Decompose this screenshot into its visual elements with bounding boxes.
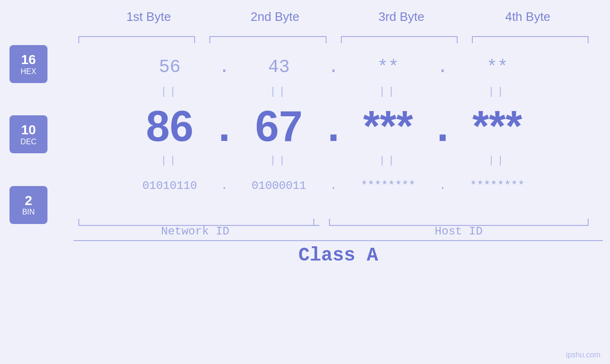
- bracket-top-4: [472, 36, 589, 37]
- hex-number: 16: [21, 53, 36, 67]
- bottom-section: Network ID Host ID: [71, 202, 596, 240]
- hex-byte3: **: [341, 57, 436, 77]
- bin-byte1: 01010110: [122, 179, 217, 192]
- separator-row-1: || || || ||: [71, 84, 596, 100]
- dot-hex-1: .: [217, 57, 232, 77]
- header-byte4: 4th Byte: [480, 9, 575, 24]
- watermark: ipshu.com: [566, 351, 601, 359]
- main-container: 1st Byte 2nd Byte 3rd Byte 4th Byte 16 H…: [0, 0, 610, 364]
- header-byte2: 2nd Byte: [227, 9, 322, 24]
- bracket-4: [472, 29, 589, 48]
- bracket-left-1: [78, 36, 79, 43]
- hex-byte2: 43: [232, 57, 327, 77]
- sep-1-byte2: ||: [232, 86, 327, 98]
- bracket-3: [341, 29, 458, 48]
- dot-bin-3: .: [436, 179, 450, 192]
- dot-dec-3: .: [436, 105, 450, 148]
- bracket-right-3: [457, 36, 458, 43]
- bracket-left-3: [341, 36, 342, 43]
- dot-bin-1: .: [217, 179, 232, 192]
- dec-badge: 10 DEC: [9, 115, 47, 153]
- labels-column: 16 HEX 10 DEC 2 BIN: [0, 29, 57, 240]
- top-brackets: [71, 29, 596, 48]
- dot-dec-1: .: [217, 105, 232, 148]
- bin-row: 01010110 . 01000011 . ******** . *******…: [71, 169, 596, 202]
- hex-byte1: 56: [122, 57, 217, 77]
- values-grid: 56 . 43 . ** . ** || || || || 86: [57, 29, 610, 240]
- bracket-top-3: [341, 36, 458, 37]
- dot-dec-2: .: [327, 105, 341, 148]
- dot-bin-2: .: [327, 179, 341, 192]
- bracket-2: [209, 29, 326, 48]
- dec-byte1: 86: [122, 102, 217, 151]
- dot-hex-3: .: [436, 57, 450, 77]
- dec-label: DEC: [20, 138, 37, 146]
- bin-badge: 2 BIN: [9, 186, 47, 224]
- sep-2-byte3: ||: [341, 155, 436, 167]
- host-id-label: Host ID: [329, 225, 589, 238]
- bin-number: 2: [25, 194, 32, 208]
- hex-badge: 16 HEX: [9, 45, 47, 83]
- content-area: 16 HEX 10 DEC 2 BIN: [0, 29, 610, 240]
- header-byte3: 3rd Byte: [354, 9, 449, 24]
- separator-row-2: || || || ||: [71, 152, 596, 169]
- bracket-top-2: [209, 36, 326, 37]
- dec-row: 86 . 67 . *** . ***: [71, 100, 596, 152]
- bracket-left-2: [209, 36, 210, 43]
- hex-label: HEX: [21, 67, 37, 76]
- dec-number: 10: [21, 123, 36, 138]
- network-id-label: Network ID: [78, 225, 312, 238]
- bracket-right-2: [326, 36, 327, 43]
- bracket-left-4: [472, 36, 473, 43]
- bin-byte4: ********: [450, 179, 545, 192]
- dot-hex-2: .: [327, 57, 341, 77]
- byte-headers: 1st Byte 2nd Byte 3rd Byte 4th Byte: [66, 9, 610, 24]
- class-area: Class A: [66, 241, 610, 270]
- header-byte1: 1st Byte: [101, 9, 196, 24]
- hex-byte4: **: [450, 57, 545, 77]
- dec-byte4: ***: [450, 102, 545, 151]
- sep-1-byte1: ||: [122, 86, 217, 98]
- network-bracket-right: [313, 219, 314, 226]
- bracket-right-4: [588, 36, 589, 43]
- class-label: Class A: [298, 245, 378, 266]
- bracket-right-1: [194, 36, 195, 43]
- dec-byte3: ***: [341, 102, 436, 151]
- bin-byte3: ********: [341, 179, 436, 192]
- sep-1-byte3: ||: [341, 86, 436, 98]
- sep-2-byte4: ||: [450, 155, 545, 167]
- sep-2-byte1: ||: [122, 155, 217, 167]
- bracket-1: [78, 29, 195, 48]
- bin-byte2: 01000011: [232, 179, 327, 192]
- bin-label: BIN: [22, 208, 35, 216]
- sep-2-byte2: ||: [232, 155, 327, 167]
- bracket-top-1: [78, 36, 195, 37]
- sep-1-byte4: ||: [450, 86, 545, 98]
- hex-row: 56 . 43 . ** . **: [71, 50, 596, 84]
- dec-byte2: 67: [232, 102, 327, 151]
